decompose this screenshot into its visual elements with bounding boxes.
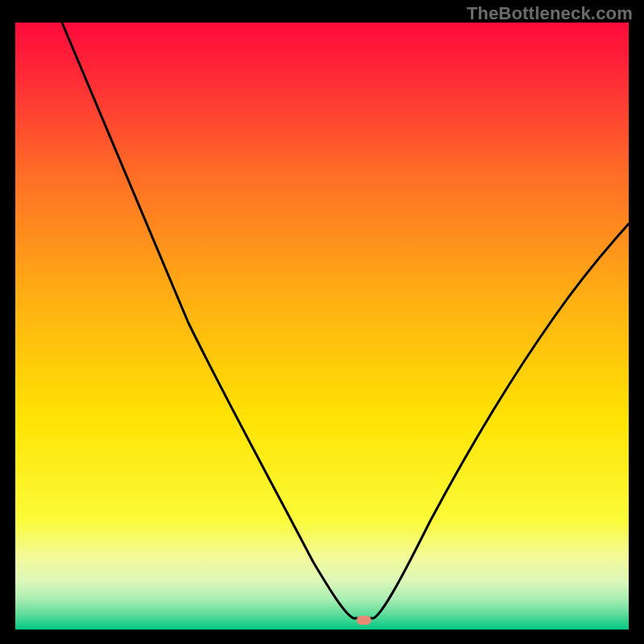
plot-area [15,23,629,630]
minimum-marker [357,616,371,625]
watermark-text: TheBottleneck.com [467,3,633,24]
chart-frame: TheBottleneck.com [0,0,644,644]
gradient-background [15,23,629,630]
bottleneck-chart-svg [15,23,629,630]
